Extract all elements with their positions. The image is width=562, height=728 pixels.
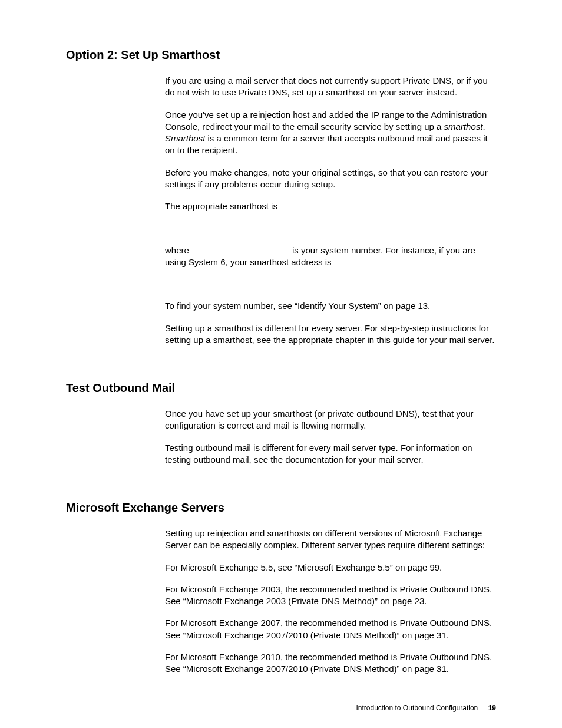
heading-option-2-smarthost: Option 2: Set Up Smarthost [66,48,497,62]
section-2-body: Once you have set up your smarthost (or … [165,408,497,466]
body-paragraph: If you are using a mail server that does… [165,75,497,99]
content-area: Option 2: Set Up Smarthost If you are us… [66,48,497,675]
body-paragraph: For Microsoft Exchange 2007, the recomme… [165,617,497,641]
heading-test-outbound-mail: Test Outbound Mail [66,381,497,395]
body-paragraph: For Microsoft Exchange 5.5, see “Microso… [165,562,497,574]
section-1-body: If you are using a mail server that does… [165,75,497,346]
page-container: Option 2: Set Up Smarthost If you are us… [0,0,562,728]
body-paragraph: For Microsoft Exchange 2003, the recomme… [165,584,497,608]
body-paragraph: Before you make changes, note your origi… [165,167,497,191]
body-paragraph: For Microsoft Exchange 2010, the recomme… [165,651,497,676]
section-3-body: Setting up reinjection and smarthosts on… [165,528,497,675]
body-paragraph: Setting up a smarthost is different for … [165,322,497,347]
body-paragraph: The appropriate smarthost is [165,200,497,212]
page-footer: Introduction to Outbound Configuration 1… [356,704,496,712]
heading-microsoft-exchange-servers: Microsoft Exchange Servers [66,501,497,515]
body-paragraph: where is your system number. For instanc… [165,245,497,269]
body-paragraph-spacer [165,278,497,290]
body-paragraph-spacer [165,222,497,234]
body-paragraph: Testing outbound mail is different for e… [165,442,497,466]
section-spacer [66,466,497,501]
body-paragraph: To find your system number, see “Identif… [165,300,497,312]
footer-chapter-title: Introduction to Outbound Configuration [356,704,478,712]
section-spacer [66,346,497,381]
footer-page-number: 19 [488,704,496,712]
body-paragraph: Setting up reinjection and smarthosts on… [165,528,497,552]
body-paragraph: Once you have set up your smarthost (or … [165,408,497,432]
body-paragraph: Once you've set up a reinjection host an… [165,109,497,157]
